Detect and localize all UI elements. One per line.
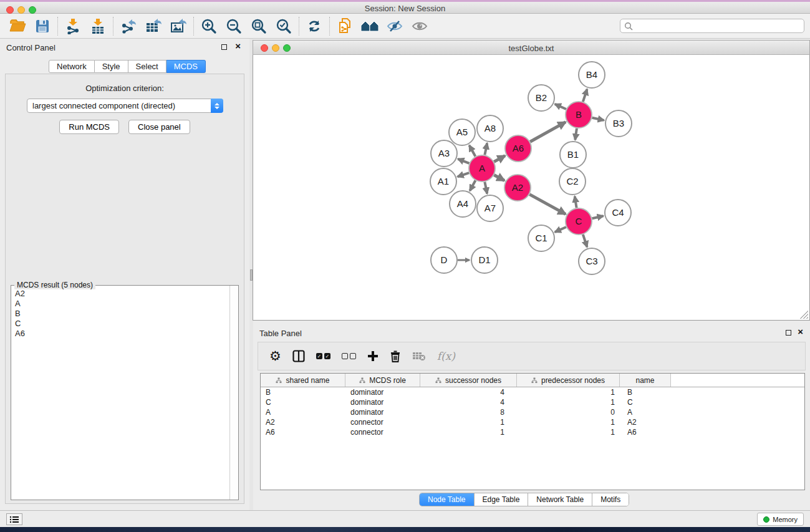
- select-all-columns-button[interactable]: ✓ ✓: [316, 353, 330, 359]
- table-cell[interactable]: 4: [420, 398, 517, 407]
- tab-mcds[interactable]: MCDS: [166, 60, 206, 73]
- delete-column-button[interactable]: [390, 350, 401, 362]
- graph-edge-B-B4[interactable]: [583, 89, 587, 102]
- column-header[interactable]: predecessor nodes: [517, 374, 620, 387]
- tab-node-table[interactable]: Node Table: [420, 493, 475, 506]
- graph-edge-C-C3[interactable]: [583, 235, 587, 247]
- table-cell[interactable]: 0: [517, 408, 620, 417]
- create-column-button[interactable]: [367, 351, 378, 362]
- table-cell[interactable]: dominator: [345, 408, 420, 417]
- graph-edge-A2-C[interactable]: [529, 195, 566, 215]
- table-cell[interactable]: A: [620, 408, 671, 417]
- float-panel-icon[interactable]: [221, 44, 227, 50]
- table-cell[interactable]: 1: [517, 388, 620, 397]
- home-button[interactable]: [357, 16, 382, 37]
- table-cell[interactable]: 1: [517, 418, 620, 427]
- close-table-panel-icon[interactable]: ×: [798, 326, 803, 337]
- table-cell[interactable]: B: [261, 388, 345, 397]
- unselect-all-columns-button[interactable]: [342, 353, 356, 359]
- network-canvas[interactable]: AA6A2BCA1A3A4A5A7A8B1B2B3B4C1C2C3C4DD1: [253, 55, 810, 321]
- table-cell[interactable]: C: [261, 398, 345, 407]
- result-list-item[interactable]: C: [11, 319, 229, 329]
- graph-edge-A-A8[interactable]: [485, 143, 487, 155]
- network-graph[interactable]: AA6A2BCA1A3A4A5A7A8B1B2B3B4C1C2C3C4DD1: [253, 55, 809, 319]
- graph-edge-A-A2[interactable]: [494, 175, 504, 181]
- graph-edge-B-B1[interactable]: [575, 128, 577, 140]
- table-cell[interactable]: A6: [261, 428, 345, 437]
- graph-edge-A-A6[interactable]: [494, 156, 505, 162]
- table-row[interactable]: A2connector11A2: [261, 417, 804, 427]
- result-scrollbar[interactable]: [229, 286, 238, 500]
- zoom-out-button[interactable]: [221, 16, 246, 37]
- clone-network-button[interactable]: [332, 16, 357, 37]
- show-column-panel-button[interactable]: [292, 350, 305, 362]
- memory-button[interactable]: Memory: [757, 513, 804, 526]
- table-cell[interactable]: A2: [261, 418, 345, 427]
- tab-motifs[interactable]: Motifs: [592, 493, 629, 506]
- table-cell[interactable]: A: [261, 408, 345, 417]
- tab-select[interactable]: Select: [128, 60, 166, 73]
- function-builder-button[interactable]: f(x): [437, 350, 455, 362]
- graph-edge-C-C2[interactable]: [575, 196, 577, 208]
- table-cell[interactable]: connector: [345, 418, 420, 427]
- zoom-selected-button[interactable]: [271, 16, 296, 37]
- float-table-panel-icon[interactable]: [786, 330, 791, 336]
- table-cell[interactable]: A6: [620, 428, 671, 437]
- mcds-result-list[interactable]: A2ABCA6: [11, 289, 229, 500]
- result-list-item[interactable]: A6: [11, 329, 229, 339]
- close-panel-button[interactable]: Close panel: [128, 120, 190, 134]
- graph-edge-A6-B[interactable]: [530, 122, 566, 142]
- resize-grip-icon[interactable]: [800, 311, 808, 319]
- tab-network[interactable]: Network: [49, 60, 95, 73]
- save-session-button[interactable]: [30, 16, 55, 37]
- table-row[interactable]: Bdominator41B: [261, 387, 804, 397]
- table-cell[interactable]: dominator: [345, 398, 420, 407]
- column-header[interactable]: name: [620, 374, 671, 387]
- tab-network-table[interactable]: Network Table: [528, 493, 592, 506]
- column-header[interactable]: MCDS role: [345, 374, 420, 387]
- hide-graphics-details-button[interactable]: [382, 16, 407, 37]
- graph-edge-A-A7[interactable]: [485, 182, 487, 194]
- graph-edge-A-A1[interactable]: [458, 173, 469, 177]
- table-cell[interactable]: C: [620, 398, 671, 407]
- table-settings-button[interactable]: ⚙: [269, 350, 281, 362]
- zoom-in-button[interactable]: [196, 16, 221, 37]
- tab-edge-table[interactable]: Edge Table: [475, 493, 529, 506]
- show-graphics-details-button[interactable]: [407, 16, 432, 37]
- export-table-button[interactable]: [141, 16, 166, 37]
- table-cell[interactable]: 8: [420, 408, 517, 417]
- graph-edge-A-A5[interactable]: [470, 145, 476, 157]
- table-cell[interactable]: 4: [420, 388, 517, 397]
- graph-edge-B-B2[interactable]: [555, 104, 566, 109]
- table-cell[interactable]: B: [620, 388, 671, 397]
- column-header[interactable]: shared name: [261, 374, 345, 387]
- table-cell[interactable]: connector: [345, 428, 420, 437]
- table-row[interactable]: Adominator80A: [261, 407, 804, 417]
- graph-edge-A-A4[interactable]: [470, 180, 475, 191]
- graph-edge-C-C4[interactable]: [592, 216, 603, 218]
- search-input[interactable]: [620, 19, 804, 33]
- table-cell[interactable]: 1: [420, 428, 517, 437]
- show-panels-button[interactable]: [6, 513, 22, 525]
- table-row[interactable]: A6connector11A6: [261, 427, 804, 437]
- run-mcds-button[interactable]: Run MCDS: [59, 120, 119, 134]
- import-table-button[interactable]: [85, 16, 110, 37]
- export-image-button[interactable]: [166, 16, 191, 37]
- close-panel-icon[interactable]: ×: [235, 41, 241, 52]
- import-network-button[interactable]: [60, 16, 85, 37]
- result-list-item[interactable]: B: [11, 309, 229, 319]
- table-cell[interactable]: dominator: [345, 388, 420, 397]
- table-cell[interactable]: 1: [517, 428, 620, 437]
- optimization-criterion-select[interactable]: largest connected component (directed): [27, 99, 223, 113]
- export-network-button[interactable]: [116, 16, 141, 37]
- refresh-button[interactable]: [302, 16, 327, 37]
- table-cell[interactable]: 1: [517, 398, 620, 407]
- open-session-button[interactable]: [5, 16, 30, 37]
- table-cell[interactable]: 1: [420, 418, 517, 427]
- result-list-item[interactable]: A: [11, 299, 229, 309]
- tab-style[interactable]: Style: [95, 60, 128, 73]
- graph-edge-A-A3[interactable]: [458, 159, 469, 163]
- table-row[interactable]: Cdominator41C: [261, 397, 804, 407]
- result-list-item[interactable]: A2: [11, 289, 229, 299]
- column-header[interactable]: successor nodes: [420, 374, 517, 387]
